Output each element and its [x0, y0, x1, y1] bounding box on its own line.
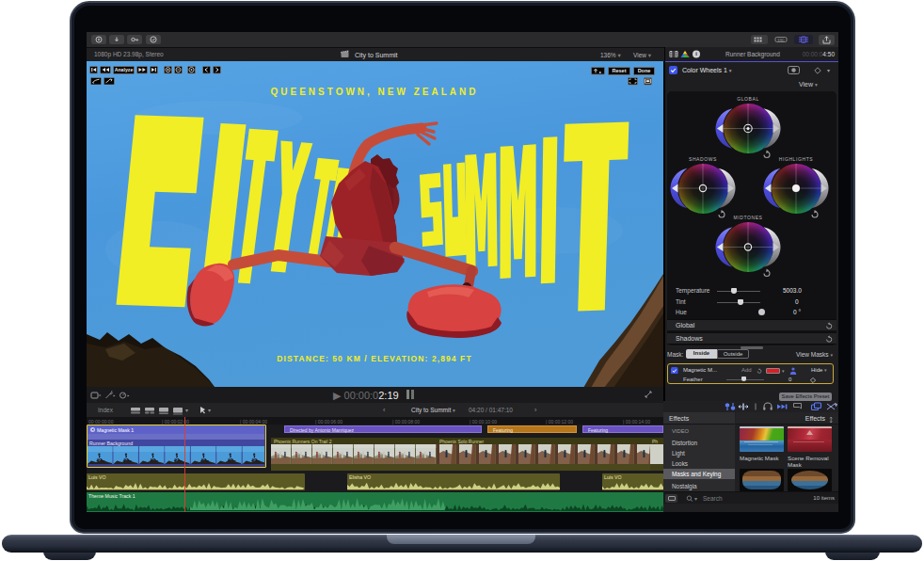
svg-text:QUEENSTOWN, NEW ZEALAND: QUEENSTOWN, NEW ZEALAND — [270, 87, 478, 97]
svg-text:SSD: SSD — [777, 39, 785, 42]
svg-text:DISTANCE: 50 KM / ELEVATION: 2: DISTANCE: 50 KM / ELEVATION: 2,894 FT — [277, 354, 471, 363]
